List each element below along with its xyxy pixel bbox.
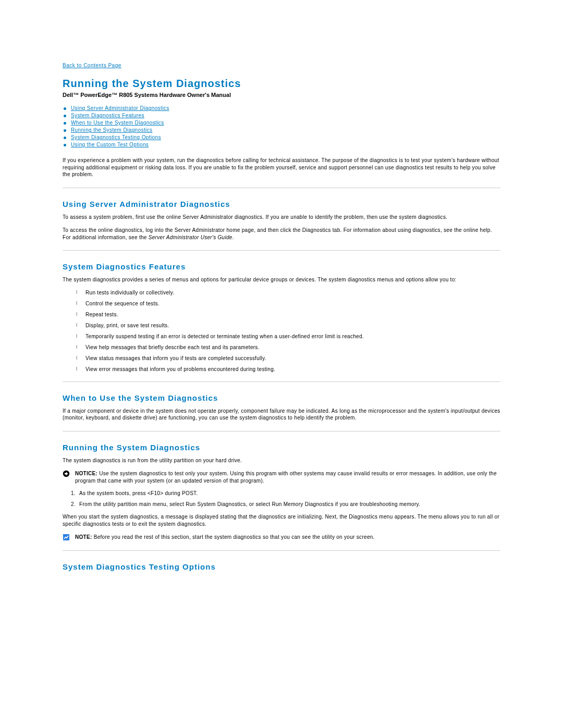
list-item: Repeat tests. xyxy=(78,312,500,317)
section-heading-when: When to Use the System Diagnostics xyxy=(63,393,500,402)
notice-text: NOTICE: Use the system diagnostics to te… xyxy=(75,470,500,484)
note-text: NOTE: Before you read the rest of this s… xyxy=(75,534,500,541)
toc-link[interactable]: System Diagnostics Testing Options xyxy=(71,134,161,140)
note-icon xyxy=(63,534,70,541)
notice-label: NOTICE: xyxy=(75,471,97,476)
page-subtitle: Dell™ PowerEdge™ R805 Systems Hardware O… xyxy=(63,92,500,98)
list-item: View help messages that briefly describe… xyxy=(78,344,500,350)
list-item: Control the sequence of tests. xyxy=(78,301,500,306)
note-body: Before you read the rest of this section… xyxy=(92,534,375,540)
section-heading-features: System Diagnostics Features xyxy=(63,262,500,271)
divider xyxy=(63,250,500,251)
body-text: To access the online diagnostics, log in… xyxy=(63,227,500,241)
divider xyxy=(63,381,500,382)
list-item: Display, print, or save test results. xyxy=(78,323,500,328)
toc-link[interactable]: System Diagnostics Features xyxy=(71,113,144,118)
toc-list: Using Server Administrator Diagnostics S… xyxy=(63,105,500,147)
notice-icon xyxy=(63,470,70,477)
toc-link[interactable]: Using Server Administrator Diagnostics xyxy=(71,105,169,111)
list-item: Temporarily suspend testing if an error … xyxy=(78,334,500,339)
body-text: The system diagnostics provides a series… xyxy=(63,276,500,283)
toc-link[interactable]: Running the System Diagnostics xyxy=(71,127,153,133)
toc-link[interactable]: When to Use the System Diagnostics xyxy=(71,120,164,126)
divider xyxy=(63,431,500,431)
section-heading-using-server-admin: Using Server Administrator Diagnostics xyxy=(63,200,500,208)
toc-link[interactable]: Using the Custom Test Options xyxy=(71,142,149,147)
list-item: As the system boots, press <F10> during … xyxy=(77,490,500,496)
section-heading-testing-options: System Diagnostics Testing Options xyxy=(63,562,500,571)
divider xyxy=(63,188,500,188)
italic-ref: Server Administrator User's Guide xyxy=(149,235,232,240)
text-span: To access the online diagnostics, log in… xyxy=(63,227,492,240)
text-span: . xyxy=(232,235,234,240)
note-callout: NOTE: Before you read the rest of this s… xyxy=(63,534,500,541)
body-text: The system diagnostics is run from the u… xyxy=(63,457,500,464)
intro-paragraph: If you experience a problem with your sy… xyxy=(63,157,500,178)
steps-list: As the system boots, press <F10> during … xyxy=(77,490,500,507)
note-label: NOTE: xyxy=(75,534,92,540)
list-item: View error messages that inform you of p… xyxy=(78,366,500,372)
list-item: Run tests individually or collectively. xyxy=(78,290,500,295)
features-list: Run tests individually or collectively. … xyxy=(78,290,500,372)
list-item: View status messages that inform you if … xyxy=(78,355,500,361)
body-text: If a major component or device in the sy… xyxy=(63,408,500,422)
notice-callout: NOTICE: Use the system diagnostics to te… xyxy=(63,470,500,484)
notice-body: Use the system diagnostics to test only … xyxy=(75,471,497,484)
page-title: Running the System Diagnostics xyxy=(63,78,500,90)
document-page: Back to Contents Page Running the System… xyxy=(0,0,563,608)
section-heading-running: Running the System Diagnostics xyxy=(63,443,500,452)
list-item: From the utility partition main menu, se… xyxy=(77,501,500,507)
body-text: When you start the system diagnostics, a… xyxy=(63,513,500,527)
body-text: To assess a system problem, first use th… xyxy=(63,214,500,221)
divider xyxy=(63,550,500,551)
back-to-contents-link[interactable]: Back to Contents Page xyxy=(63,63,121,68)
